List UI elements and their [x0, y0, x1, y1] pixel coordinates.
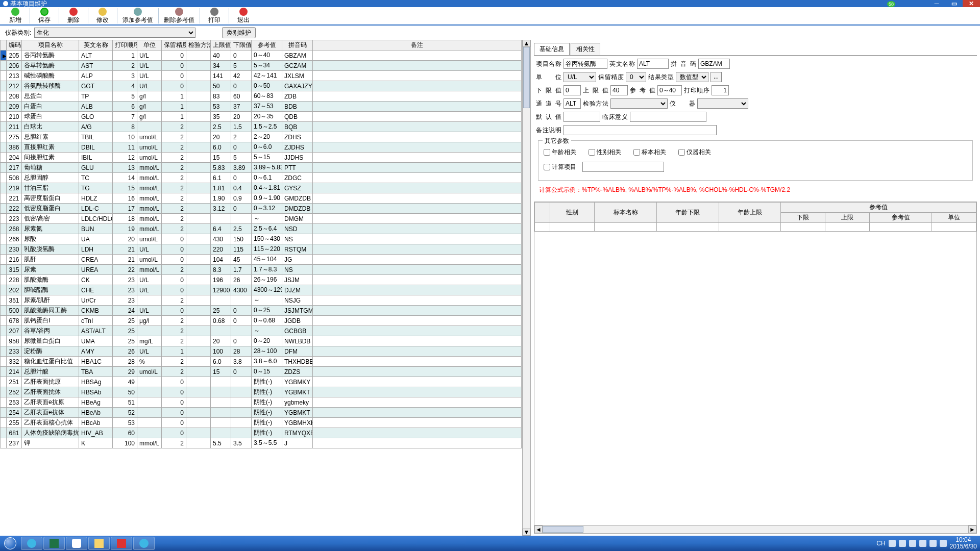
table-row[interactable]: 252乙肝表面抗体HBSAb500阴性(-)YGBMKT: [1, 387, 522, 397]
input-clin[interactable]: [630, 112, 706, 122]
col-header[interactable]: 拼音码: [282, 40, 313, 51]
scroll-down-icon[interactable]: ▼: [523, 529, 530, 536]
tab-related[interactable]: 相关性: [571, 43, 600, 55]
task-explorer[interactable]: [88, 537, 110, 550]
col-header[interactable]: 参考值: [252, 40, 282, 51]
input-en[interactable]: [637, 59, 669, 69]
input-ch[interactable]: [564, 98, 581, 109]
input-name[interactable]: [564, 59, 607, 69]
table-row[interactable]: 500肌酸激酶同工酶CKMB24U/L02500～25JSJMTGM: [1, 306, 522, 316]
table-row[interactable]: 221高密度脂蛋白HDLZ16mmol/L21.900.90.9～1.90GMD…: [1, 193, 522, 204]
input-order[interactable]: [712, 85, 729, 95]
input-ref[interactable]: [657, 85, 682, 95]
table-row[interactable]: 315尿素UREA22mmol/L28.31.71.7～8.3NS: [1, 265, 522, 275]
task-pdf[interactable]: [111, 537, 132, 550]
items-table[interactable]: 编码项目名称英文名称打印顺序单位保留精度检验方法上限值下限值参考值拼音码备注 2…: [0, 40, 522, 536]
table-row[interactable]: 386直接胆红素DBIL11umol/L26.000～6.0ZJDHS: [1, 142, 522, 153]
window-close-button[interactable]: ✕: [963, 0, 980, 7]
instrument-select[interactable]: 生化: [34, 28, 195, 38]
print-button[interactable]: 打印: [201, 7, 228, 24]
tray-icon-4[interactable]: [919, 540, 926, 547]
window-min-button[interactable]: ─: [928, 0, 945, 7]
input-py[interactable]: [698, 59, 730, 69]
tab-basic[interactable]: 基础信息: [534, 43, 570, 55]
table-row[interactable]: 275总胆红素TBIL10umol/L22022～20ZDHS: [1, 132, 522, 142]
table-row[interactable]: 228肌酸激酶CK23U/L01962626～196JSJM: [1, 275, 522, 285]
category-maintain-button[interactable]: 类别维护: [222, 27, 256, 38]
clock[interactable]: 10:04 2015/6/30: [950, 537, 977, 550]
input-calc[interactable]: [582, 162, 664, 172]
table-row[interactable]: 223低密/高密LDLC/HDLC18mmol/L2～DMGM: [1, 214, 522, 224]
chk-calc[interactable]: 计算项目: [544, 163, 576, 171]
chk-inst[interactable]: 仪器相关: [678, 148, 711, 157]
table-row[interactable]: 208总蛋白TP5g/l1836060～83ZDB: [1, 91, 522, 102]
table-row[interactable]: 253乙肝表面e抗原HBeAg510阴性(-)ygbmeky: [1, 397, 522, 408]
task-excel[interactable]: [43, 537, 65, 550]
col-header[interactable]: 下限值: [231, 40, 252, 51]
ref-subtable[interactable]: 性别 标本名称 年龄下限 年龄上限 参考值 下限 上限 参考值 单位: [534, 202, 977, 534]
col-header[interactable]: 检验方法: [186, 40, 211, 51]
add-ref-button[interactable]: 添加参考值: [118, 7, 157, 24]
delete-button[interactable]: 删除: [60, 7, 87, 24]
lang-indicator[interactable]: CH: [876, 540, 885, 547]
tray-icon-6[interactable]: [940, 540, 947, 547]
table-row[interactable]: 207谷草/谷丙AST/ALT252～GCBGB: [1, 326, 522, 336]
table-row[interactable]: 202胆碱酯酶CHE23U/L01290043004300～12900DJZM: [1, 285, 522, 295]
table-row[interactable]: 209白蛋白ALB6g/l1533737～53BDB: [1, 102, 522, 112]
table-row[interactable]: 217葡萄糖GLU13mmol/L25.833.893.89～5.83PTT: [1, 163, 522, 173]
tray-icon-1[interactable]: [889, 540, 896, 547]
input-def[interactable]: [564, 112, 600, 122]
table-row[interactable]: 213碱性磷酸酶ALP3U/L01414242～141JXLSM: [1, 71, 522, 81]
table-row[interactable]: 266尿酸UA20umol/L0430150150～430NS: [1, 234, 522, 244]
table-row[interactable]: 222低密度脂蛋白LDL-C17mmol/L23.1200～3.12DMDZDB: [1, 204, 522, 214]
col-header[interactable]: 编码: [7, 40, 22, 51]
del-ref-button[interactable]: 删除参考值: [160, 7, 199, 24]
table-row[interactable]: 681人体免疫缺陷病毒抗体测试HIV_AB600阴性(-)RTMYQXBDKTC…: [1, 428, 522, 438]
edit-button[interactable]: 修改: [89, 7, 116, 24]
select-restype[interactable]: 数值型: [676, 72, 708, 82]
select-inst[interactable]: [697, 98, 748, 109]
start-button[interactable]: [0, 536, 20, 551]
scroll-up-icon[interactable]: ▲: [523, 40, 530, 47]
task-app[interactable]: [133, 537, 155, 550]
table-row[interactable]: 332糖化血红蛋白比值HBA1C28%26.03.83.8～6.0THXHDBB…: [1, 357, 522, 367]
task-ie[interactable]: [21, 537, 42, 550]
hscroll-thumb[interactable]: [543, 526, 583, 533]
hscroll-left-icon[interactable]: ◄: [534, 525, 543, 533]
hscroll-right-icon[interactable]: ►: [968, 525, 976, 533]
select-method[interactable]: [610, 98, 668, 109]
table-row[interactable]: 204间接胆红素IBIL12umol/L21555～15JJDHS: [1, 153, 522, 163]
task-qq[interactable]: [66, 537, 87, 550]
input-note[interactable]: [564, 125, 717, 135]
more-button[interactable]: ...: [710, 72, 722, 82]
table-row[interactable]: 254乙肝表面e抗体HBeAb520阴性(-)YGBMKT: [1, 408, 522, 418]
table-row[interactable]: 351尿素/肌酐Ur/Cr232～NSJG: [1, 295, 522, 306]
save-button[interactable]: 保存: [31, 7, 58, 24]
table-row[interactable]: 508总胆固醇TC14mmol/L26.100～6.1ZDGC: [1, 173, 522, 183]
table-row[interactable]: 268尿素氮BUN19mmol/L26.42.52.5～6.4NSD: [1, 224, 522, 234]
col-header[interactable]: 单位: [137, 40, 162, 51]
col-header[interactable]: 打印顺序: [113, 40, 137, 51]
input-hi[interactable]: [610, 85, 628, 95]
table-row[interactable]: 251乙肝表面抗原HBSAg490阴性(-)YGBMKY: [1, 377, 522, 387]
table-row[interactable]: 211白球比A/G822.51.51.5～2.5BQB: [1, 122, 522, 132]
chk-sex[interactable]: 性别相关: [589, 148, 621, 157]
chk-age[interactable]: 年龄相关: [544, 148, 576, 157]
table-row[interactable]: 230乳酸脱氢酶LDH21U/L0220115115～220RSTQM: [1, 244, 522, 255]
table-row[interactable]: 678肌钙蛋白IcTnI25μg/l20.6800～0.68JGDB: [1, 316, 522, 326]
input-lo[interactable]: [564, 85, 581, 95]
window-max-button[interactable]: ▭: [945, 0, 963, 7]
add-button[interactable]: 新增: [2, 7, 29, 24]
table-row[interactable]: 206谷草转氨酶AST2U/L03455～34GCZAM: [1, 61, 522, 71]
tray-icon-2[interactable]: [899, 540, 906, 547]
tray-icon-5[interactable]: [929, 540, 937, 547]
table-row[interactable]: 212谷氨酰转移酶GGT4U/L05000～50GAXAJZYM: [1, 81, 522, 91]
col-header[interactable]: 项目名称: [22, 40, 79, 51]
table-row[interactable]: 216肌酐CREA21umol/L01044545～104JG: [1, 255, 522, 265]
tray-icon-3[interactable]: [909, 540, 916, 547]
col-header[interactable]: 保留精度: [162, 40, 186, 51]
table-row[interactable]: 255乙肝表面核心抗体HBcAb530阴性(-)YGBMHXKT: [1, 418, 522, 428]
table-row[interactable]: 210球蛋白GLO7g/l1352020～35QDB: [1, 112, 522, 122]
table-row[interactable]: 219甘油三脂TG15mmol/L21.810.40.4～1.81GYSZ: [1, 183, 522, 193]
select-prec[interactable]: 0: [626, 72, 646, 82]
